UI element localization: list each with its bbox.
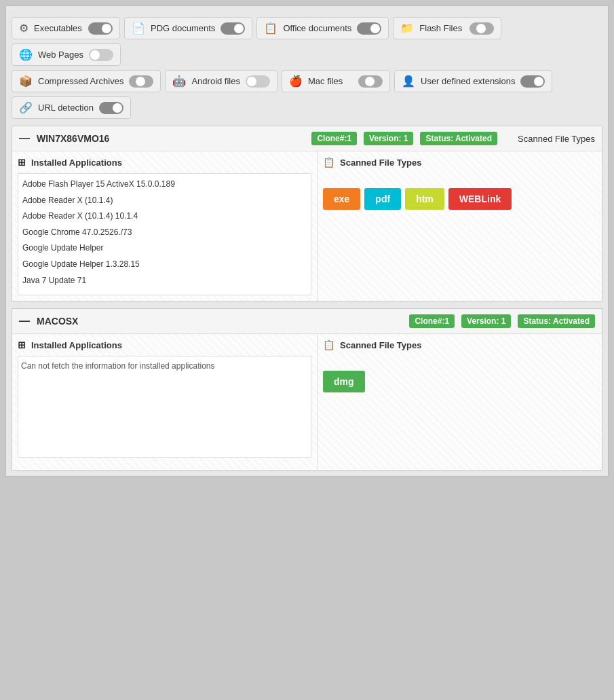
url-detection-icon: 🔗 <box>19 101 33 114</box>
android-files-toggle-knob <box>247 77 256 86</box>
machine-win7x86-scan-icon: 📋 <box>323 157 334 168</box>
flash-files-toggle-switch[interactable] <box>469 22 494 35</box>
toggle-user-defined[interactable]: 👤User defined extensions <box>394 70 552 92</box>
toggle-url-detection[interactable]: 🔗URL detection <box>12 96 131 119</box>
machine-macosx-grid-icon: ⊞ <box>18 339 26 350</box>
machine-macosx-header: —MACOSXClone#:1Version: 1Status: Activat… <box>12 309 602 334</box>
machine-win7x86-grid-icon: ⊞ <box>18 157 26 168</box>
compressed-archives-toggle-switch[interactable] <box>129 75 153 88</box>
machine-win7x86-clone-badge: Clone#:1 <box>311 132 357 145</box>
machine-macosx: —MACOSXClone#:1Version: 1Status: Activat… <box>12 308 602 471</box>
toggles-row2: 📦Compressed Archives🤖Android files🍎Mac f… <box>12 70 602 92</box>
toggles-row1: ⚙Executables📄PDG documents📋Office docume… <box>12 17 602 66</box>
list-item: Adobe Flash Player 15 ActiveX 15.0.0.189 <box>21 177 308 193</box>
toggle-flash-files[interactable]: 📁Flash Files <box>393 17 501 39</box>
compressed-archives-toggle-knob <box>136 77 145 86</box>
machine-macosx-right-panel: 📋Scanned File Typesdmg <box>318 334 602 470</box>
machine-win7x86-name: WIN7X86VMO16 <box>37 133 305 144</box>
list-item: Google Chrome 47.0.2526./73 <box>21 225 308 241</box>
office-documents-toggle-knob <box>370 24 380 33</box>
machine-macosx-collapse-icon[interactable]: — <box>19 315 30 327</box>
machine-win7x86-apps-list[interactable]: Adobe Flash Player 15 ActiveX 15.0.0.189… <box>18 173 311 295</box>
toggle-compressed-archives[interactable]: 📦Compressed Archives <box>12 70 161 92</box>
toggle-executables[interactable]: ⚙Executables <box>12 17 120 39</box>
list-item: Adobe Reader X (10.1.4) <box>21 193 308 209</box>
pdg-documents-icon: 📄 <box>132 22 145 35</box>
url-detection-toggle-knob <box>113 103 122 113</box>
compressed-archives-label: Compressed Archives <box>38 76 123 86</box>
url-detection-toggle-switch[interactable] <box>99 102 123 114</box>
file-type-badge-dmg: dmg <box>323 371 365 392</box>
toggle-pdg-documents[interactable]: 📄PDG documents <box>124 17 252 39</box>
machine-macosx-scan-icon: 📋 <box>323 339 334 350</box>
machine-win7x86-scanned-header-label: Scanned File Types <box>518 134 595 144</box>
office-documents-label: Office documents <box>283 23 351 33</box>
executables-toggle-switch[interactable] <box>88 22 113 35</box>
list-item: Adobe Reader X (10.1.4) 10.1.4 <box>21 208 308 225</box>
machine-macosx-name: MACOSX <box>37 316 402 327</box>
android-files-label: Android files <box>191 76 240 86</box>
machine-win7x86-right-panel: 📋Scanned File TypesexepdfhtmWEBLink <box>318 151 602 301</box>
machine-macosx-scanned-label: Scanned File Types <box>340 340 421 350</box>
web-pages-toggle-switch[interactable] <box>89 49 113 61</box>
user-defined-toggle-knob <box>534 77 543 86</box>
machine-macosx-scanned-title: 📋Scanned File Types <box>323 339 596 350</box>
machine-win7x86-file-types: exepdfhtmWEBLink <box>323 188 596 210</box>
user-defined-toggle-switch[interactable] <box>520 75 545 88</box>
machine-macosx-no-apps-text: Can not fetch the information for instal… <box>18 356 311 458</box>
file-type-badge-htm: htm <box>405 188 444 210</box>
machine-win7x86-body: ⊞Installed ApplicationsAdobe Flash Playe… <box>12 151 602 301</box>
machine-win7x86: —WIN7X86VMO16Clone#:1Version: 1Status: A… <box>12 126 602 301</box>
executables-toggle-knob <box>102 24 111 33</box>
machine-win7x86-scanned-label: Scanned File Types <box>340 158 421 168</box>
mac-files-toggle-knob <box>365 77 375 86</box>
file-type-badge-weblink: WEBLink <box>448 188 512 210</box>
android-files-icon: 🤖 <box>172 75 186 88</box>
user-defined-icon: 👤 <box>402 75 415 88</box>
machine-win7x86-status-badge: Status: Activated <box>420 132 497 145</box>
user-defined-label: User defined extensions <box>421 76 515 86</box>
machine-macosx-body: ⊞Installed ApplicationsCan not fetch the… <box>12 334 602 470</box>
machine-macosx-file-types: dmg <box>323 371 596 392</box>
toggles-row3: 🔗URL detection <box>12 96 602 119</box>
web-pages-label: Web Pages <box>38 50 83 60</box>
machine-win7x86-version-badge: Version: 1 <box>364 132 413 145</box>
machine-macosx-status-badge: Status: Activated <box>518 314 595 328</box>
pdg-documents-toggle-switch[interactable] <box>220 22 245 35</box>
web-pages-icon: 🌐 <box>19 48 33 61</box>
mac-files-label: Mac files <box>308 76 353 86</box>
toggle-web-pages[interactable]: 🌐Web Pages <box>12 43 121 66</box>
machine-win7x86-collapse-icon[interactable]: — <box>19 132 30 145</box>
compressed-archives-icon: 📦 <box>19 75 33 88</box>
executables-icon: ⚙ <box>19 22 28 35</box>
pdg-documents-label: PDG documents <box>151 23 215 33</box>
flash-files-toggle-knob <box>476 24 486 33</box>
list-item: Java 7 Update 71 <box>21 273 308 289</box>
machine-win7x86-installed-title: ⊞Installed Applications <box>18 157 311 168</box>
web-pages-toggle-knob <box>90 50 100 60</box>
machine-win7x86-installed-label: Installed Applications <box>31 158 122 168</box>
machine-macosx-left-panel: ⊞Installed ApplicationsCan not fetch the… <box>12 334 318 470</box>
pdg-documents-toggle-knob <box>234 24 244 33</box>
mac-files-icon: 🍎 <box>289 75 303 88</box>
file-type-badge-pdf: pdf <box>364 188 401 210</box>
machine-macosx-installed-label: Installed Applications <box>31 340 122 350</box>
android-files-toggle-switch[interactable] <box>246 75 270 88</box>
office-documents-toggle-switch[interactable] <box>357 22 381 35</box>
toggle-office-documents[interactable]: 📋Office documents <box>256 17 389 39</box>
executables-label: Executables <box>34 23 83 33</box>
toggle-android-files[interactable]: 🤖Android files <box>165 70 277 92</box>
list-item: Google Update Helper 1.3.28.15 <box>21 257 308 273</box>
list-item: Google Update Helper <box>21 240 308 257</box>
file-type-badge-exe: exe <box>323 188 360 210</box>
mac-files-toggle-switch[interactable] <box>358 75 383 88</box>
office-documents-icon: 📋 <box>264 22 277 35</box>
machine-win7x86-left-panel: ⊞Installed ApplicationsAdobe Flash Playe… <box>12 151 318 301</box>
machine-macosx-clone-badge: Clone#:1 <box>409 314 455 328</box>
toggle-mac-files[interactable]: 🍎Mac files <box>282 70 390 92</box>
machine-win7x86-scanned-title: 📋Scanned File Types <box>323 157 596 168</box>
url-detection-label: URL detection <box>38 103 94 113</box>
machine-macosx-version-badge: Version: 1 <box>461 314 511 328</box>
flash-files-label: Flash Files <box>419 23 464 33</box>
flash-files-icon: 📁 <box>400 22 414 35</box>
